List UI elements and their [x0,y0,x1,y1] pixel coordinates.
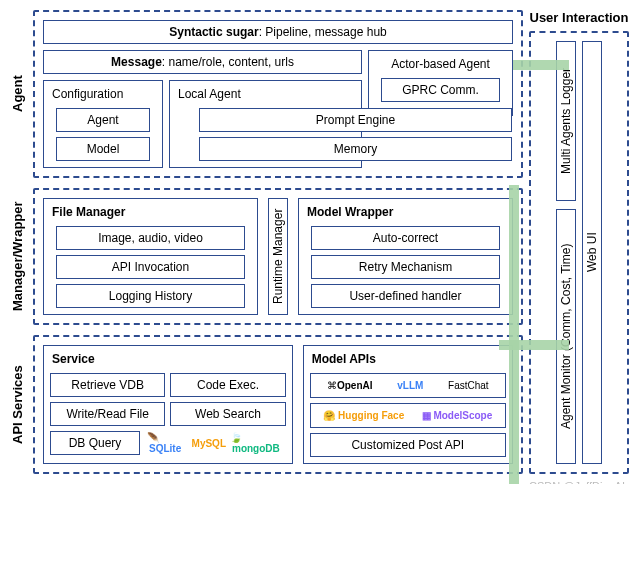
message-desc: name/role, content, urls [168,55,293,69]
user-interaction-section: Multi Agents Logger Agent Monitor (Comm,… [529,31,629,474]
manager-section-label: Manager/Wrapper [10,188,25,325]
actor-agent-group: Actor-based Agent GPRC Comm. [368,50,513,116]
service-item: Write/Read File [50,402,165,426]
modelscope-logo: ▦ ModelScope [422,410,493,421]
huggingface-logo: 🤗 Hugging Face [323,410,404,421]
db-logos: 🪶SQLite MySQL 🍃mongoDB [145,431,286,455]
watermark: CSDN @JeffDingAI [529,480,625,484]
agent-section: Syntactic sugar: Pipeline, message hub M… [33,10,523,178]
file-manager-group: File Manager Image, audio, video API Inv… [43,198,258,315]
service-item: Retrieve VDB [50,373,165,397]
model-wrapper-item: Auto-correct [311,226,500,250]
file-manager-item: Image, audio, video [56,226,245,250]
local-agent-title: Local Agent [176,87,355,103]
service-item: DB Query [50,431,140,455]
file-manager-item: API Invocation [56,255,245,279]
sqlite-logo: 🪶SQLite [147,432,188,454]
gprc-box: GPRC Comm. [381,78,500,102]
service-item: Code Exec. [170,373,285,397]
custom-api-box: Customized Post API [310,433,506,457]
api-section: Service Retrieve VDB Code Exec. Write/Re… [33,335,523,474]
openai-logo: ⌘OpenAI [327,380,373,391]
runtime-manager: Runtime Manager [268,198,288,315]
vertical-connector [509,185,519,484]
mongodb-logo: 🍃mongoDB [230,432,284,454]
service-title: Service [50,352,286,368]
api-section-label: API Services [10,335,25,474]
message-box: Message: name/role, content, urls [43,50,362,74]
provider-row-2: 🤗 Hugging Face ▦ ModelScope [310,403,506,428]
model-wrapper-item: Retry Mechanism [311,255,500,279]
manager-section: File Manager Image, audio, video API Inv… [33,188,523,325]
model-wrapper-group: Model Wrapper Auto-correct Retry Mechani… [298,198,513,315]
config-agent: Agent [56,108,150,132]
agent-section-label: Agent [10,10,25,178]
prompt-engine-box: Prompt Engine [199,108,512,132]
service-item: Web Search [170,402,285,426]
syntactic-sugar-box: Syntactic sugar: Pipeline, message hub [43,20,513,44]
syntactic-sugar-desc: Pipeline, message hub [265,25,386,39]
model-apis-group: Model APIs ⌘OpenAI vLLM FastChat 🤗 Huggi… [303,345,513,464]
config-model: Model [56,137,150,161]
file-manager-item: Logging History [56,284,245,308]
horizontal-connector-mid [499,340,569,350]
model-wrapper-item: User-defined handler [311,284,500,308]
memory-box: Memory [199,137,512,161]
agent-monitor: Agent Monitor (Comm, Cost, Time) [556,209,576,464]
message-title: Message [111,55,162,69]
model-apis-title: Model APIs [310,352,506,368]
file-manager-title: File Manager [50,205,251,221]
actor-agent-title: Actor-based Agent [375,57,506,73]
user-interaction-label: User Interaction [530,10,629,25]
vllm-logo: vLLM [397,380,423,391]
mysql-logo: MySQL [192,438,226,449]
syntactic-sugar-title: Syntactic sugar [169,25,258,39]
configuration-title: Configuration [50,87,156,103]
configuration-group: Configuration Agent Model [43,80,163,168]
service-group: Service Retrieve VDB Code Exec. Write/Re… [43,345,293,464]
model-wrapper-title: Model Wrapper [305,205,506,221]
web-ui: Web UI [582,41,602,464]
provider-row-1: ⌘OpenAI vLLM FastChat [310,373,506,398]
fastchat-logo: FastChat [448,380,489,391]
